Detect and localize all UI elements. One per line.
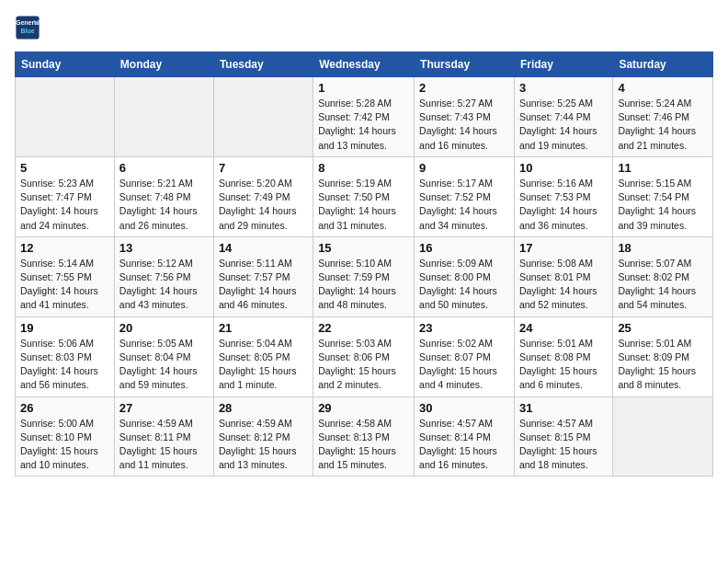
day-cell: 9Sunrise: 5:17 AM Sunset: 7:52 PM Daylig… bbox=[415, 156, 515, 236]
day-detail: Sunrise: 5:08 AM Sunset: 8:01 PM Dayligh… bbox=[519, 257, 608, 313]
day-cell: 3Sunrise: 5:25 AM Sunset: 7:44 PM Daylig… bbox=[514, 77, 612, 157]
day-cell: 21Sunrise: 5:04 AM Sunset: 8:05 PM Dayli… bbox=[213, 316, 313, 396]
day-cell bbox=[213, 77, 313, 157]
day-cell: 18Sunrise: 5:07 AM Sunset: 8:02 PM Dayli… bbox=[613, 236, 713, 316]
day-detail: Sunrise: 4:57 AM Sunset: 8:15 PM Dayligh… bbox=[519, 417, 608, 473]
day-cell: 11Sunrise: 5:15 AM Sunset: 7:54 PM Dayli… bbox=[613, 156, 713, 236]
day-detail: Sunrise: 5:06 AM Sunset: 8:03 PM Dayligh… bbox=[20, 337, 109, 393]
day-cell bbox=[16, 77, 115, 157]
day-cell: 5Sunrise: 5:23 AM Sunset: 7:47 PM Daylig… bbox=[16, 156, 115, 236]
day-number: 1 bbox=[318, 81, 409, 95]
day-number: 7 bbox=[219, 161, 308, 175]
day-cell: 26Sunrise: 5:00 AM Sunset: 8:10 PM Dayli… bbox=[16, 396, 115, 477]
day-cell: 1Sunrise: 5:28 AM Sunset: 7:42 PM Daylig… bbox=[313, 77, 415, 157]
day-detail: Sunrise: 4:57 AM Sunset: 8:14 PM Dayligh… bbox=[419, 417, 509, 473]
day-detail: Sunrise: 5:01 AM Sunset: 8:09 PM Dayligh… bbox=[618, 337, 708, 393]
day-number: 27 bbox=[119, 401, 209, 415]
weekday-header-monday: Monday bbox=[114, 52, 213, 77]
day-detail: Sunrise: 5:19 AM Sunset: 7:50 PM Dayligh… bbox=[318, 177, 409, 233]
day-detail: Sunrise: 5:17 AM Sunset: 7:52 PM Dayligh… bbox=[419, 177, 509, 233]
day-detail: Sunrise: 4:59 AM Sunset: 8:11 PM Dayligh… bbox=[119, 417, 209, 473]
day-number: 31 bbox=[519, 401, 608, 415]
weekday-header-sunday: Sunday bbox=[16, 52, 115, 77]
day-number: 20 bbox=[119, 321, 209, 335]
day-number: 12 bbox=[20, 241, 109, 255]
day-cell: 16Sunrise: 5:09 AM Sunset: 8:00 PM Dayli… bbox=[415, 236, 515, 316]
logo-icon: General Blue bbox=[15, 15, 40, 40]
day-number: 24 bbox=[519, 321, 608, 335]
day-detail: Sunrise: 5:28 AM Sunset: 7:42 PM Dayligh… bbox=[318, 97, 409, 153]
day-number: 3 bbox=[519, 81, 608, 95]
day-number: 22 bbox=[318, 321, 409, 335]
day-detail: Sunrise: 5:00 AM Sunset: 8:10 PM Dayligh… bbox=[20, 417, 109, 473]
weekday-header-thursday: Thursday bbox=[415, 52, 515, 77]
calendar-table: SundayMondayTuesdayWednesdayThursdayFrid… bbox=[15, 52, 713, 477]
day-cell: 8Sunrise: 5:19 AM Sunset: 7:50 PM Daylig… bbox=[313, 156, 415, 236]
day-number: 4 bbox=[618, 81, 708, 95]
day-number: 8 bbox=[318, 161, 409, 175]
day-detail: Sunrise: 5:04 AM Sunset: 8:05 PM Dayligh… bbox=[219, 337, 308, 393]
day-detail: Sunrise: 5:16 AM Sunset: 7:53 PM Dayligh… bbox=[519, 177, 608, 233]
day-cell: 15Sunrise: 5:10 AM Sunset: 7:59 PM Dayli… bbox=[313, 236, 415, 316]
week-row-1: 1Sunrise: 5:28 AM Sunset: 7:42 PM Daylig… bbox=[16, 77, 713, 157]
day-cell: 20Sunrise: 5:05 AM Sunset: 8:04 PM Dayli… bbox=[114, 316, 213, 396]
day-number: 15 bbox=[318, 241, 409, 255]
day-cell: 29Sunrise: 4:58 AM Sunset: 8:13 PM Dayli… bbox=[313, 396, 415, 477]
day-detail: Sunrise: 5:23 AM Sunset: 7:47 PM Dayligh… bbox=[20, 177, 109, 233]
day-cell bbox=[613, 396, 713, 477]
weekday-header-tuesday: Tuesday bbox=[213, 52, 313, 77]
day-detail: Sunrise: 5:27 AM Sunset: 7:43 PM Dayligh… bbox=[419, 97, 509, 153]
day-cell bbox=[114, 77, 213, 157]
day-number: 29 bbox=[318, 401, 409, 415]
day-detail: Sunrise: 5:09 AM Sunset: 8:00 PM Dayligh… bbox=[419, 257, 509, 313]
day-cell: 28Sunrise: 4:59 AM Sunset: 8:12 PM Dayli… bbox=[213, 396, 313, 477]
week-row-4: 19Sunrise: 5:06 AM Sunset: 8:03 PM Dayli… bbox=[16, 316, 713, 396]
day-cell: 6Sunrise: 5:21 AM Sunset: 7:48 PM Daylig… bbox=[114, 156, 213, 236]
weekday-header-row: SundayMondayTuesdayWednesdayThursdayFrid… bbox=[16, 52, 713, 77]
day-cell: 23Sunrise: 5:02 AM Sunset: 8:07 PM Dayli… bbox=[415, 316, 515, 396]
day-cell: 17Sunrise: 5:08 AM Sunset: 8:01 PM Dayli… bbox=[514, 236, 612, 316]
weekday-header-saturday: Saturday bbox=[613, 52, 713, 77]
day-cell: 31Sunrise: 4:57 AM Sunset: 8:15 PM Dayli… bbox=[514, 396, 612, 477]
day-cell: 25Sunrise: 5:01 AM Sunset: 8:09 PM Dayli… bbox=[613, 316, 713, 396]
day-number: 6 bbox=[119, 161, 209, 175]
day-number: 28 bbox=[219, 401, 308, 415]
day-number: 16 bbox=[419, 241, 509, 255]
day-detail: Sunrise: 4:59 AM Sunset: 8:12 PM Dayligh… bbox=[219, 417, 308, 473]
day-number: 18 bbox=[618, 241, 708, 255]
day-cell: 14Sunrise: 5:11 AM Sunset: 7:57 PM Dayli… bbox=[213, 236, 313, 316]
weekday-header-friday: Friday bbox=[514, 52, 612, 77]
day-cell: 2Sunrise: 5:27 AM Sunset: 7:43 PM Daylig… bbox=[415, 77, 515, 157]
day-cell: 30Sunrise: 4:57 AM Sunset: 8:14 PM Dayli… bbox=[415, 396, 515, 477]
day-detail: Sunrise: 5:05 AM Sunset: 8:04 PM Dayligh… bbox=[119, 337, 209, 393]
day-number: 19 bbox=[20, 321, 109, 335]
day-detail: Sunrise: 5:03 AM Sunset: 8:06 PM Dayligh… bbox=[318, 337, 409, 393]
day-number: 9 bbox=[419, 161, 509, 175]
day-cell: 7Sunrise: 5:20 AM Sunset: 7:49 PM Daylig… bbox=[213, 156, 313, 236]
day-detail: Sunrise: 5:24 AM Sunset: 7:46 PM Dayligh… bbox=[618, 97, 708, 153]
svg-text:Blue: Blue bbox=[20, 28, 34, 34]
day-detail: Sunrise: 4:58 AM Sunset: 8:13 PM Dayligh… bbox=[318, 417, 409, 473]
day-number: 11 bbox=[618, 161, 708, 175]
day-number: 2 bbox=[419, 81, 509, 95]
day-number: 10 bbox=[519, 161, 608, 175]
day-detail: Sunrise: 5:15 AM Sunset: 7:54 PM Dayligh… bbox=[618, 177, 708, 233]
day-cell: 12Sunrise: 5:14 AM Sunset: 7:55 PM Dayli… bbox=[16, 236, 115, 316]
day-number: 23 bbox=[419, 321, 509, 335]
weekday-header-wednesday: Wednesday bbox=[313, 52, 415, 77]
day-detail: Sunrise: 5:10 AM Sunset: 7:59 PM Dayligh… bbox=[318, 257, 409, 313]
day-number: 21 bbox=[219, 321, 308, 335]
day-detail: Sunrise: 5:01 AM Sunset: 8:08 PM Dayligh… bbox=[519, 337, 608, 393]
day-number: 5 bbox=[20, 161, 109, 175]
day-cell: 19Sunrise: 5:06 AM Sunset: 8:03 PM Dayli… bbox=[16, 316, 115, 396]
header: General Blue bbox=[15, 15, 713, 40]
day-cell: 4Sunrise: 5:24 AM Sunset: 7:46 PM Daylig… bbox=[613, 77, 713, 157]
day-number: 17 bbox=[519, 241, 608, 255]
logo: General Blue bbox=[15, 15, 44, 40]
day-number: 30 bbox=[419, 401, 509, 415]
day-cell: 27Sunrise: 4:59 AM Sunset: 8:11 PM Dayli… bbox=[114, 396, 213, 477]
day-cell: 22Sunrise: 5:03 AM Sunset: 8:06 PM Dayli… bbox=[313, 316, 415, 396]
day-detail: Sunrise: 5:21 AM Sunset: 7:48 PM Dayligh… bbox=[119, 177, 209, 233]
day-detail: Sunrise: 5:25 AM Sunset: 7:44 PM Dayligh… bbox=[519, 97, 608, 153]
day-number: 26 bbox=[20, 401, 109, 415]
